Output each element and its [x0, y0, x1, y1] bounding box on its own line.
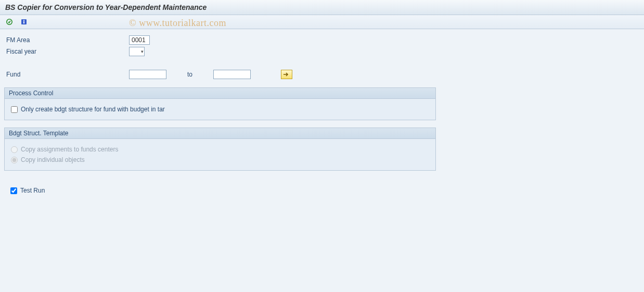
- only-create-label: Only create bdgt structure for fund with…: [21, 106, 165, 113]
- fund-to-input[interactable]: [213, 70, 251, 79]
- copy-assignments-label: Copy assignments to funds centers: [21, 146, 118, 153]
- copy-individual-radio: [11, 157, 18, 163]
- fiscal-year-row: Fiscal year ▾: [4, 46, 640, 57]
- copy-assignments-radio: [11, 146, 18, 153]
- only-create-row[interactable]: Only create bdgt structure for fund with…: [11, 104, 429, 115]
- multiple-selection-button[interactable]: [281, 70, 292, 79]
- copy-assignments-row: Copy assignments to funds centers: [11, 144, 429, 155]
- fund-from-input[interactable]: [129, 70, 166, 79]
- fm-area-label: FM Area: [4, 36, 129, 44]
- fund-row: Fund to: [4, 69, 640, 80]
- only-create-checkbox[interactable]: [11, 106, 18, 113]
- test-run-row[interactable]: Test Run: [4, 185, 640, 196]
- test-run-label: Test Run: [20, 187, 45, 194]
- process-control-title: Process Control: [5, 88, 435, 99]
- fm-area-input[interactable]: [129, 35, 150, 45]
- template-group: Bdgt Struct. Template Copy assignments t…: [4, 128, 436, 171]
- template-title: Bdgt Struct. Template: [5, 128, 435, 139]
- svg-rect-3: [23, 21, 24, 23]
- content-area: FM Area Fiscal year ▾ Fund to Process Co…: [0, 29, 644, 201]
- toolbar: [0, 15, 644, 29]
- fund-label: Fund: [4, 71, 129, 78]
- fm-area-row: FM Area: [4, 34, 640, 46]
- test-run-checkbox[interactable]: [10, 187, 17, 194]
- fiscal-year-label: Fiscal year: [4, 48, 129, 55]
- svg-rect-2: [23, 20, 24, 21]
- execute-icon[interactable]: [4, 17, 15, 27]
- process-control-group: Process Control Only create bdgt structu…: [4, 87, 436, 120]
- fund-to-label: to: [187, 71, 192, 78]
- info-icon[interactable]: [19, 17, 29, 27]
- copy-individual-label: Copy individual objects: [21, 156, 85, 163]
- page-title: BS Copier for Conversion to Year-Depende…: [0, 0, 644, 15]
- copy-individual-row: Copy individual objects: [11, 155, 429, 165]
- fiscal-year-input[interactable]: [129, 47, 145, 56]
